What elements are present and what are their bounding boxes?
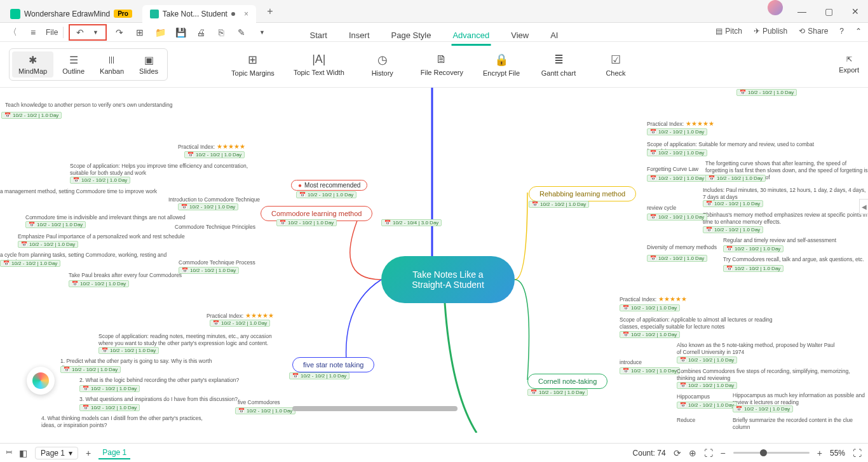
menu-insert[interactable]: Insert [348,27,371,46]
central-topic[interactable]: Take Notes Like a Straight-A Student [381,256,515,303]
new-icon[interactable]: ⊞ [132,25,147,40]
date-central[interactable]: 10/2 - 10/4 | 3.0 Day [381,219,442,226]
dt1[interactable]: 10/2 - 10/2 | 1.0 Day [1,112,62,119]
dt13[interactable]: 10/2 - 10/2 | 1.0 Day [79,404,140,411]
label-process[interactable]: Commodore Technique Process [179,259,255,266]
dtc2[interactable]: 10/2 - 10/2 | 1.0 Day [620,331,680,338]
ai-fab-button[interactable] [27,367,55,395]
encrypt-button[interactable]: 🔒Encrypt File [482,53,520,77]
dtr6b[interactable]: 10/2 - 10/2 | 1.0 Day [647,255,707,262]
dt6[interactable]: 10/2 - 10/2 | 1.0 Day [18,241,78,248]
export-button[interactable]: ⇱Export [839,55,859,74]
view-mindmap[interactable]: ✱MindMap [12,51,53,78]
label-fivecom[interactable]: five Commodores [238,399,280,406]
text-mgmt[interactable]: a management method, setting Commodore t… [0,188,157,195]
dt13b[interactable]: 10/2 - 10/2 | 1.0 Day [235,407,295,414]
target-icon[interactable]: ⊕ [689,448,696,458]
back-icon[interactable]: 〈 [5,25,20,40]
label-reduce[interactable]: Reduce [677,417,695,424]
view-kanban[interactable]: ⫼Kanban [93,51,130,78]
date-cornell[interactable]: 10/2 - 10/2 | 1.0 Day [527,389,588,396]
close-window-button[interactable]: ✕ [843,0,868,23]
label-hippo[interactable]: Hippocampus [677,393,710,400]
dt8[interactable]: 10/2 - 10/2 | 1.0 Day [69,280,129,287]
fullscreen-icon[interactable]: ⛶ [853,448,862,458]
check-button[interactable]: ☑Check [597,53,635,77]
mindmap-canvas[interactable]: Take Notes Like a Straight-A Student Com… [0,88,868,433]
node-fivestar[interactable]: five star note taking [292,357,374,372]
save-icon[interactable]: 💾 [173,25,188,40]
help-icon[interactable]: ? [839,27,844,36]
badge-recommended[interactable]: ●Most recommended [291,180,367,191]
dt11[interactable]: 10/2 - 10/2 | 1.0 Day [60,366,121,373]
label-review-cycle[interactable]: review cycle [647,205,676,212]
view-outline[interactable]: ☰Outline [56,51,91,78]
undo-icon[interactable]: ↶ [72,25,88,40]
dtr4[interactable]: 10/2 - 10/2 | 1.0 Day [703,200,763,207]
share-button[interactable]: ⟲ Share [799,27,828,36]
open-icon[interactable]: 📁 [153,25,168,40]
label-principles[interactable]: Commodore Technique Principles [175,224,255,231]
dtc5[interactable]: 10/2 - 10/2 | 1.0 Day [677,382,737,389]
dtr0[interactable]: 10/2 - 10/2 | 1.0 Day [736,89,797,96]
pitch-button[interactable]: ▤ Pitch [715,27,742,36]
file-tab[interactable]: Take Not... Student × [142,5,256,23]
view-slides[interactable]: ▣Slides [133,51,165,78]
dtr7[interactable]: 10/2 - 10/2 | 1.0 Day [723,265,783,272]
menu-pagestyle[interactable]: Page Style [390,27,433,46]
text-indiv[interactable]: Commodore time is indivisible and irrele… [25,214,186,221]
page-tab-1[interactable]: Page 1 [98,447,130,459]
text-cornell-intro[interactable]: Also known as the 5 note-taking method, … [677,342,836,356]
print-icon[interactable]: 🖨 [193,25,208,40]
collapse-ribbon-icon[interactable]: ⌃ [855,27,862,36]
label-introduce[interactable]: introduce [620,359,642,366]
fit-icon[interactable]: ⛶ [704,448,713,458]
menu-ai[interactable]: AI [549,27,559,46]
edit-icon[interactable]: ✎ [234,25,249,40]
page-selector[interactable]: Page 1 ▾ [35,447,78,459]
dt9[interactable]: 10/2 - 10/2 | 1.0 Day [210,320,270,327]
text-scope-five[interactable]: Scope of application: reading notes, mee… [98,333,276,347]
gantt-button[interactable]: ≣Gantt chart [539,53,578,77]
text-reduce[interactable]: Briefly summarize the recorded content i… [733,417,868,431]
publish-button[interactable]: ✈ Publish [754,27,787,36]
label-practical-l[interactable]: Practical Index: ★★★★★ [178,142,245,151]
dtr6[interactable]: 10/2 - 10/2 | 1.0 Day [723,245,783,252]
text-scope-comm[interactable]: Scope of application: Helps you improve … [70,163,254,177]
date-rehabbing[interactable]: 10/2 - 10/2 | 1.0 Day [529,201,589,208]
dtr1[interactable]: 10/2 - 10/2 | 1.0 Day [647,128,707,135]
text-emphasize[interactable]: Emphasize Paul importance of a personali… [18,233,185,240]
dt5[interactable]: 10/2 - 10/2 | 1.0 Day [25,221,86,228]
text-combines[interactable]: Combines Commodores five steps of record… [677,368,861,382]
close-tab-icon[interactable]: × [244,10,248,18]
node-rehabbing[interactable]: Rehabbing learning method [529,186,636,201]
user-avatar[interactable] [768,0,783,15]
dt3[interactable]: 10/2 - 10/2 | 1.0 Day [70,177,130,184]
export-quick-icon[interactable]: ⎘ [214,25,229,40]
text-ebb[interactable]: Ebbinhaus's memory method emphasizes rev… [703,212,868,226]
dtr3b[interactable]: 10/2 - 10/2 | 1.0 Day [705,175,766,182]
file-recovery-button[interactable]: 🗎File Recovery [421,53,463,77]
dt2[interactable]: 10/2 - 10/2 | 1.0 Day [184,151,245,158]
dt10[interactable]: 10/2 - 10/2 | 1.0 Day [98,347,159,354]
text-scope-cornell[interactable]: Scope of application: Applicable to almo… [620,316,791,330]
text-breaks[interactable]: Take Paul breaks after every four Commod… [69,272,182,279]
label-practical-c[interactable]: Practical Index: ★★★★★ [620,295,687,303]
dt7[interactable]: 10/2 - 10/2 | 1.0 Day [0,260,60,267]
menu-view[interactable]: View [510,27,530,46]
date-badge[interactable]: 10/2 - 10/2 | 1.0 Day [296,191,356,198]
dtc4[interactable]: 10/2 - 10/2 | 1.0 Day [620,367,680,374]
outline-panel-icon[interactable]: ⎶ [6,448,11,458]
undo-dropdown-icon[interactable]: ▼ [88,25,103,40]
text-includes[interactable]: Includes: Paul minutes, 30 minutes, 12 h… [703,187,868,201]
dtr3[interactable]: 10/2 - 10/2 | 1.0 Day [647,175,707,182]
app-tab[interactable]: Wondershare EdrawMind Pro [3,5,140,23]
dtc6b[interactable]: 10/2 - 10/2 | 1.0 Day [733,405,793,412]
maximize-button[interactable]: ▢ [816,0,841,23]
text-try[interactable]: Try Commodores recall, talk and argue, a… [723,256,864,263]
menu-start[interactable]: Start [309,27,329,46]
dtc3[interactable]: 10/2 - 10/2 | 1.0 Day [677,357,737,363]
panel-icon[interactable]: ◧ [19,448,27,458]
text-regular[interactable]: Regular and timely review and self-asses… [723,237,836,244]
zoom-in-icon[interactable]: + [817,448,822,458]
